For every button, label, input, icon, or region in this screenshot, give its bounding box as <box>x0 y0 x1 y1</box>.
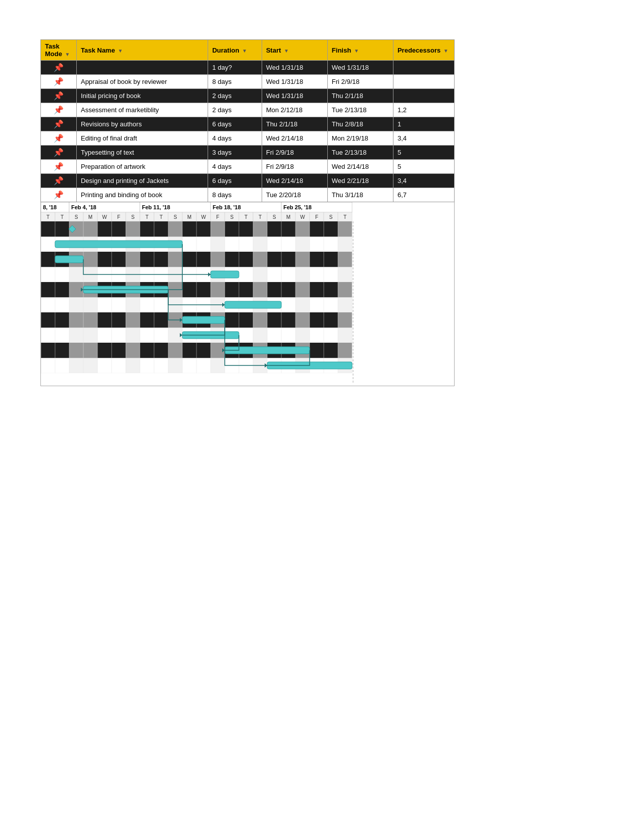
task-name-cell: Initial pricing of book <box>76 89 208 103</box>
duration-cell: 1 day? <box>208 61 262 75</box>
svg-text:S: S <box>75 214 78 220</box>
finish-cell: Fri 2/9/18 <box>327 75 393 89</box>
duration-cell: 8 days <box>208 75 262 89</box>
duration-cell: 2 days <box>208 89 262 103</box>
table-row: 📌Preparation of artwork4 daysFri 2/9/18W… <box>41 160 455 174</box>
task-name-cell: Editing of final draft <box>76 131 208 146</box>
col-header-start[interactable]: Start ▼ <box>262 40 327 61</box>
start-cell: Fri 2/9/18 <box>262 146 327 160</box>
task-mode-cell: 📌 <box>41 61 77 75</box>
duration-cell: 3 days <box>208 146 262 160</box>
svg-text:S: S <box>273 214 276 220</box>
task-name-cell <box>76 61 208 75</box>
svg-text:S: S <box>174 214 177 220</box>
predecessors-cell <box>393 75 454 89</box>
start-cell: Wed 2/14/18 <box>262 131 327 146</box>
finish-cell: Wed 1/31/18 <box>327 61 393 75</box>
start-cell: Fri 2/9/18 <box>262 160 327 174</box>
task-pin-icon: 📌 <box>54 63 64 72</box>
start-cell: Wed 1/31/18 <box>262 61 327 75</box>
start-cell: Mon 2/12/18 <box>262 103 327 117</box>
duration-cell: 4 days <box>208 131 262 146</box>
task-pin-icon: 📌 <box>54 176 64 186</box>
predecessors-cell: 3,4 <box>393 174 454 188</box>
finish-cell: Thu 2/8/18 <box>327 117 393 131</box>
task-pin-icon: 📌 <box>54 105 64 115</box>
predecessors-cell: 1,2 <box>393 103 454 117</box>
col-header-predecessors[interactable]: Predecessors ▼ <box>393 40 454 61</box>
svg-text:8, '18: 8, '18 <box>43 204 57 210</box>
col-header-duration[interactable]: Duration ▼ <box>208 40 262 61</box>
task-pin-icon: 📌 <box>54 119 64 129</box>
col-header-task-name[interactable]: Task Name ▼ <box>76 40 208 61</box>
svg-text:Feb 11, '18: Feb 11, '18 <box>142 204 170 210</box>
task-name-cell: Appraisal of book by reviewer <box>76 75 208 89</box>
start-cell: Thu 2/1/18 <box>262 117 327 131</box>
task-mode-cell: 📌 <box>41 117 77 131</box>
sort-arrow-icon: ▼ <box>284 48 289 54</box>
svg-text:T: T <box>160 214 163 220</box>
duration-cell: 8 days <box>208 188 262 202</box>
gantt-chart: 8, '18 Feb 4, '18 Feb 11, '18 Feb 18, '1… <box>40 202 455 386</box>
task-pin-icon: 📌 <box>54 133 64 143</box>
predecessors-cell <box>393 61 454 75</box>
svg-text:Feb 4, '18: Feb 4, '18 <box>71 204 96 210</box>
start-cell: Wed 1/31/18 <box>262 75 327 89</box>
task-name-cell: Assessment of marketiblity <box>76 103 208 117</box>
task-mode-cell: 📌 <box>41 75 77 89</box>
predecessors-cell: 5 <box>393 160 454 174</box>
table-row: 📌Printing and binding of book8 daysTue 2… <box>41 188 455 202</box>
svg-text:M: M <box>88 214 92 220</box>
svg-text:F: F <box>117 214 120 220</box>
task-mode-cell: 📌 <box>41 188 77 202</box>
col-header-finish[interactable]: Finish ▼ <box>327 40 393 61</box>
finish-cell: Wed 2/21/18 <box>327 174 393 188</box>
svg-text:W: W <box>201 214 206 220</box>
task-pin-icon: 📌 <box>54 162 64 171</box>
task-name-cell: Printing and binding of book <box>76 188 208 202</box>
col-header-task-mode[interactable]: TaskMode ▼ <box>41 40 77 61</box>
svg-text:S: S <box>131 214 135 220</box>
start-cell: Tue 2/20/18 <box>262 188 327 202</box>
predecessors-cell: 1 <box>393 117 454 131</box>
duration-cell: 2 days <box>208 103 262 117</box>
task-pin-icon: 📌 <box>54 148 64 157</box>
svg-text:S: S <box>329 214 333 220</box>
duration-cell: 6 days <box>208 174 262 188</box>
sort-arrow-icon: ▼ <box>354 48 359 54</box>
svg-text:Feb 25, '18: Feb 25, '18 <box>283 204 312 210</box>
svg-text:T: T <box>61 214 64 220</box>
svg-text:T: T <box>244 214 247 220</box>
start-cell: Wed 2/14/18 <box>262 174 327 188</box>
task-mode-cell: 📌 <box>41 89 77 103</box>
sort-arrow-icon: ▼ <box>443 48 449 54</box>
svg-rect-107 <box>55 241 182 248</box>
task-mode-cell: 📌 <box>41 174 77 188</box>
finish-cell: Wed 2/14/18 <box>327 160 393 174</box>
table-row: 📌Typesetting of text3 daysFri 2/9/18Tue … <box>41 146 455 160</box>
svg-text:F: F <box>216 214 219 220</box>
task-mode-cell: 📌 <box>41 131 77 146</box>
duration-cell: 4 days <box>208 160 262 174</box>
table-row: 📌Appraisal of book by reviewer8 daysWed … <box>41 75 455 89</box>
task-mode-cell: 📌 <box>41 146 77 160</box>
finish-cell: Tue 2/13/18 <box>327 103 393 117</box>
svg-text:T: T <box>46 214 49 220</box>
start-cell: Wed 1/31/18 <box>262 89 327 103</box>
svg-rect-105 <box>338 221 352 373</box>
svg-text:M: M <box>286 214 290 220</box>
duration-cell: 6 days <box>208 117 262 131</box>
svg-rect-112 <box>182 316 225 323</box>
task-table: TaskMode ▼ Task Name ▼ Duration ▼ Start … <box>40 39 455 202</box>
task-name-cell: Design and printing of Jackets <box>76 174 208 188</box>
svg-text:W: W <box>102 214 107 220</box>
finish-cell: Thu 3/1/18 <box>327 188 393 202</box>
task-mode-cell: 📌 <box>41 103 77 117</box>
table-row: 📌Design and printing of Jackets6 daysWed… <box>41 174 455 188</box>
svg-rect-108 <box>55 256 83 263</box>
svg-text:M: M <box>187 214 191 220</box>
task-name-cell: Revisions by authors <box>76 117 208 131</box>
predecessors-cell: 6,7 <box>393 188 454 202</box>
task-name-cell: Preparation of artwork <box>76 160 208 174</box>
svg-text:W: W <box>300 214 305 220</box>
